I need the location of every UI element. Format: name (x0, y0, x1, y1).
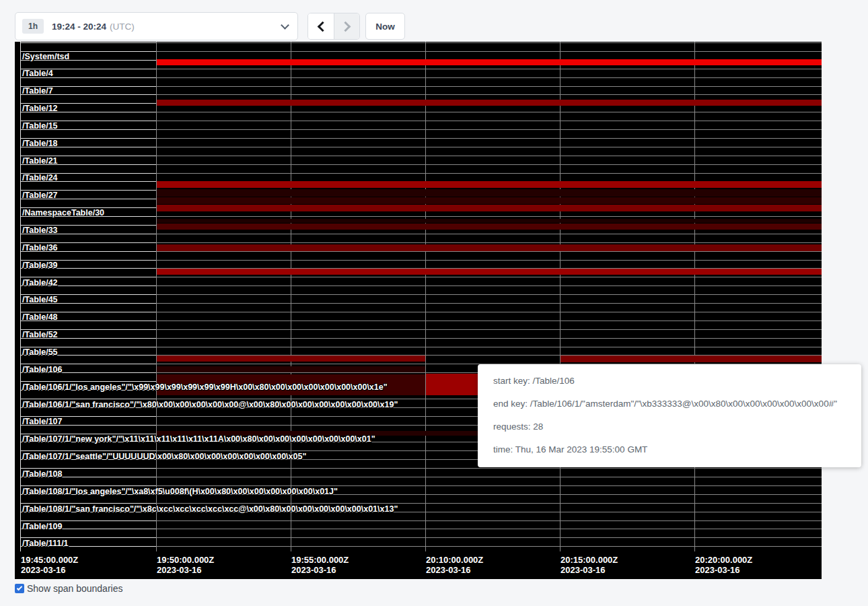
heatmap-row-label: /Table/109 (22, 522, 63, 531)
horizontal-gridline (20, 242, 822, 243)
time-range-duration-badge: 1h (22, 19, 44, 34)
x-axis-tick-label: 20:10:00.000Z2023-03-16 (426, 555, 483, 575)
heatmap-row-label: /Table/45 (22, 295, 58, 304)
horizontal-gridline (20, 138, 822, 139)
horizontal-gridline (20, 285, 822, 286)
next-time-button[interactable] (334, 13, 359, 39)
horizontal-gridline (20, 86, 822, 87)
prev-time-button[interactable] (308, 13, 334, 39)
heatmap-row-label: /Table/107/1/"seattle"/"UUUUUUD\x00\x80\… (22, 452, 306, 461)
heatmap-row-label: /Table/39 (22, 261, 58, 270)
horizontal-gridline (20, 94, 822, 95)
heat-band (157, 181, 822, 188)
horizontal-gridline (20, 329, 822, 330)
heatmap-row-label: /Table/36 (22, 243, 58, 252)
horizontal-gridline (20, 69, 822, 69)
horizontal-gridline (20, 216, 822, 217)
span-tooltip: start key: /Table/106end key: /Table/106… (478, 364, 861, 467)
heatmap-row-label: /Table/15 (22, 121, 58, 131)
chevron-left-icon (317, 21, 328, 32)
x-axis-tick-label: 19:50:00.000Z2023-03-16 (157, 555, 214, 575)
heat-band (157, 100, 822, 106)
time-range-timezone: (UTC) (110, 22, 135, 32)
horizontal-gridline (20, 51, 822, 52)
heatmap-row-label: /NamespaceTable/30 (22, 208, 104, 217)
heatmap-row-label: /Table/108 (22, 469, 63, 479)
heat-band (157, 197, 822, 204)
heat-band (157, 219, 822, 223)
horizontal-gridline (20, 234, 822, 234)
heat-band (560, 356, 822, 362)
heatmap-row-label: /Table/55 (22, 347, 58, 357)
horizontal-gridline (20, 477, 822, 477)
heatmap-row-label: /Table/42 (22, 278, 58, 288)
time-range-text: 19:24 - 20:24 (52, 22, 106, 32)
chevron-down-icon (281, 21, 289, 30)
heatmap-row-label: /Table/106/1/"san francisco"/"\x80\x00\x… (22, 400, 398, 409)
horizontal-gridline (20, 77, 822, 78)
heatmap-row-label: /System/tsd (22, 52, 69, 61)
horizontal-gridline (20, 173, 822, 174)
x-axis-tick-label: 20:20:00.000Z2023-03-16 (695, 555, 752, 575)
horizontal-gridline (20, 468, 822, 469)
heatmap-row-label: /Table/48 (22, 312, 58, 322)
time-range-selector[interactable]: 1h 19:24 - 20:24 (UTC) (15, 12, 298, 40)
horizontal-gridline (20, 537, 822, 538)
tooltip-line: start key: /Table/106 (493, 370, 846, 393)
horizontal-gridline (20, 129, 822, 130)
horizontal-gridline (20, 121, 822, 121)
checkmark-icon (17, 584, 22, 590)
time-nav-group (308, 13, 360, 40)
heatmap-row-label: /Table/107 (22, 417, 63, 426)
horizontal-gridline (20, 156, 822, 156)
heatmap-row-label: /Table/12 (22, 104, 58, 113)
heatmap-row-label: /Table/107/1/"new york"/"\x11\x11\x11\x1… (22, 434, 375, 444)
heatmap-row-label: /Table/106/1/"los angeles"/"\x99\x99\x99… (22, 382, 388, 392)
heatmap-row-label: /Table/52 (22, 330, 58, 339)
vertical-gridline (560, 42, 560, 551)
heatmap-row-label: /Table/111/1 (22, 539, 69, 548)
toolbar: 1h 19:24 - 20:24 (UTC) Now (0, 0, 868, 42)
heatmap-row-label: /Table/4 (22, 69, 53, 78)
vertical-gridline (291, 42, 291, 551)
x-axis-tick-label: 20:15:00.000Z2023-03-16 (560, 555, 618, 575)
heatmap-row-label: /Table/27 (22, 191, 58, 200)
horizontal-gridline (20, 294, 822, 295)
horizontal-gridline (20, 277, 822, 277)
heat-band (157, 356, 425, 362)
heatmap-row-label: /Table/7 (22, 86, 53, 96)
tooltip-line: end key: /Table/106/1/"amsterdam"/"\xb33… (493, 393, 846, 415)
vertical-gridline (20, 42, 21, 551)
heat-band (157, 244, 822, 251)
horizontal-gridline (20, 147, 822, 147)
heat-band (157, 189, 822, 197)
horizontal-gridline (20, 338, 822, 339)
show-span-boundaries-label: Show span boundaries (27, 583, 122, 594)
heatmap-row-label: /Table/21 (22, 156, 58, 166)
heat-band (157, 59, 822, 65)
now-button[interactable]: Now (365, 13, 405, 40)
horizontal-gridline (20, 303, 822, 304)
heatmap-row-label: /Table/106 (22, 365, 63, 374)
horizontal-gridline (20, 485, 822, 486)
heat-band (426, 374, 478, 395)
heatmap-row-label: /Table/18 (22, 139, 58, 148)
show-span-boundaries-checkbox[interactable] (15, 584, 24, 593)
tooltip-line: requests: 28 (493, 415, 846, 438)
horizontal-gridline (20, 546, 822, 547)
vertical-gridline (694, 42, 695, 551)
heat-band (157, 366, 425, 372)
x-axis-tick-label: 19:45:00.000Z2023-03-16 (21, 555, 78, 575)
heat-band (157, 269, 822, 275)
horizontal-gridline (20, 112, 822, 112)
heatmap-row-label: /Table/108/1/"los angeles"/"\xa8\xf5\u00… (22, 487, 338, 496)
horizontal-gridline (20, 347, 822, 347)
heatmap-row-label: /Table/24 (22, 173, 58, 182)
horizontal-gridline (20, 321, 822, 321)
heatmap-row-label: /Table/108/1/"san francisco"/"\x8c\xcc\x… (22, 504, 398, 514)
chevron-right-icon (340, 21, 351, 32)
horizontal-gridline (20, 503, 822, 504)
key-visualizer-canvas[interactable]: /System/tsd/Table/4/Table/7/Table/12/Tab… (15, 42, 822, 579)
vertical-gridline (425, 42, 426, 551)
heat-band (157, 205, 822, 211)
